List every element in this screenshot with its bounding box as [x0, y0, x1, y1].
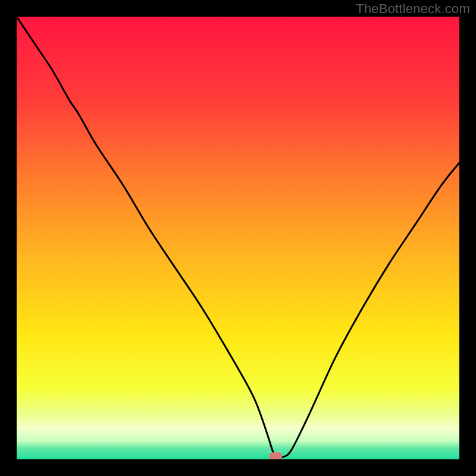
watermark-text: TheBottleneck.com	[356, 1, 470, 17]
plot-area	[17, 17, 459, 459]
bottleneck-chart	[17, 17, 459, 459]
chart-stage: TheBottleneck.com	[0, 0, 476, 476]
optimum-marker	[269, 452, 282, 459]
gradient-background	[17, 17, 459, 459]
